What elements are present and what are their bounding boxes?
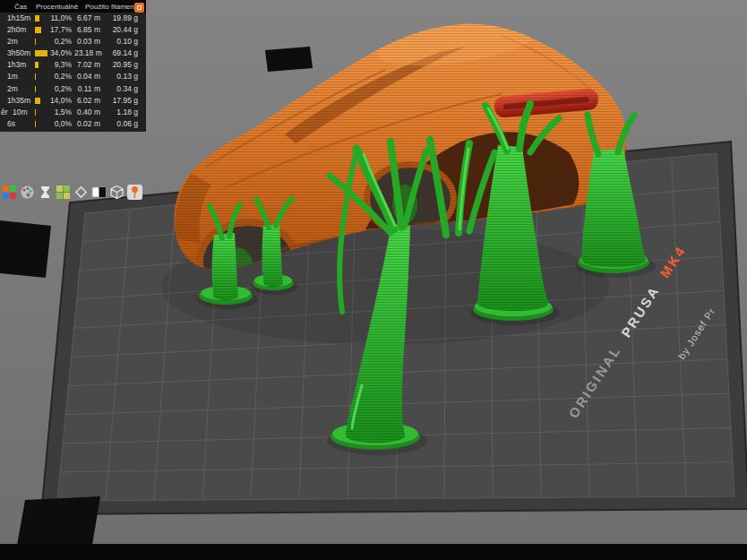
- palette-icon[interactable]: [20, 185, 35, 200]
- hourglass-icon[interactable]: [38, 185, 53, 200]
- texture-icon[interactable]: [56, 185, 71, 200]
- percent-bar: [35, 62, 39, 68]
- legend-row[interactable]: 1h35m 14,0% 6.02 m 17.95 g: [0, 95, 146, 107]
- time-cell: 2m: [7, 83, 18, 95]
- time-cell: 1h35m: [7, 95, 30, 107]
- percent-cell: 14,0%: [46, 95, 72, 107]
- weight-cell: 0.13 g: [102, 71, 138, 82]
- legend-row[interactable]: ěr 10m 1,5% 0.40 m 1.18 g: [0, 107, 146, 118]
- time-cell: 3h50m: [7, 47, 30, 59]
- percent-cell: 1,5%: [46, 107, 72, 118]
- bed-handle-cutout-left: [0, 220, 51, 278]
- percent-cell: 0,0%: [46, 118, 72, 130]
- pin-icon[interactable]: [127, 185, 142, 200]
- percent-cell: 11,0%: [46, 13, 72, 24]
- feature-colors-icon[interactable]: [2, 185, 17, 200]
- diamond-icon[interactable]: [73, 185, 89, 200]
- percent-bar: [35, 121, 36, 127]
- slicer-preview-window: ORIGINAL PRUSA MK4 by Josef Pr: [0, 0, 747, 560]
- time-cell: 1h15m: [7, 13, 30, 24]
- length-cell: 0.40 m: [74, 107, 100, 118]
- bed-corner-shadow: [16, 496, 100, 550]
- length-cell: 6.67 m: [74, 13, 100, 24]
- cube-icon[interactable]: [109, 185, 124, 200]
- time-cell: 10m: [13, 107, 28, 118]
- legend-row[interactable]: 1h15m 11,0% 6.67 m 19.89 g: [0, 13, 146, 24]
- percent-cell: 0,2%: [46, 36, 72, 47]
- weight-cell: 19.89 g: [102, 13, 138, 24]
- percent-bar: [35, 98, 40, 104]
- bottom-status-bar: [0, 544, 747, 560]
- weight-cell: 69.14 g: [102, 47, 138, 59]
- legend-row[interactable]: 2m 0,2% 0.11 m 0.34 g: [0, 83, 146, 95]
- legend-rows: 1h15m 11,0% 6.67 m 19.89 g 2h0m 17,7% 6.…: [0, 13, 146, 130]
- percent-cell: 17,7%: [46, 24, 72, 36]
- legend-header: Čas Procentuálně Použito filamentu: [0, 0, 146, 13]
- legend-row[interactable]: 3h50m 34,0% 23.18 m 69.14 g: [0, 47, 146, 59]
- weight-cell: 0.34 g: [102, 83, 138, 95]
- length-cell: 0.02 m: [74, 118, 100, 130]
- length-cell: 0.03 m: [74, 36, 100, 47]
- col-header-filament: Použito filamentu: [85, 3, 140, 11]
- legend-row[interactable]: 2h0m 17,7% 6.85 m 20.44 g: [0, 24, 146, 36]
- weight-cell: 20.95 g: [102, 59, 138, 71]
- weight-cell: 20.44 g: [102, 24, 138, 36]
- weight-cell: 1.18 g: [102, 107, 138, 118]
- length-cell: 0.11 m: [74, 83, 100, 95]
- length-cell: 23.18 m: [74, 47, 100, 59]
- percent-bar: [35, 15, 39, 22]
- weight-cell: 0.10 g: [102, 36, 138, 47]
- time-cell: 1h3m: [7, 59, 26, 71]
- legend-row[interactable]: 6s 0,0% 0.02 m 0.06 g: [0, 118, 146, 130]
- col-header-percent: Procentuálně: [36, 3, 78, 11]
- length-cell: 6.85 m: [74, 24, 100, 36]
- print-stats-panel: Čas Procentuálně Použito filamentu 1h15m…: [0, 0, 146, 132]
- percent-bar: [35, 86, 36, 92]
- percent-bar: [35, 39, 36, 45]
- percent-bar: [35, 109, 36, 116]
- view-toolbar: [2, 185, 142, 200]
- legend-row[interactable]: 1h3m 9,3% 7.02 m 20.95 g: [0, 59, 146, 71]
- percent-cell: 0,2%: [46, 71, 72, 82]
- percent-cell: 9,3%: [46, 59, 72, 71]
- percent-bar: [35, 27, 41, 33]
- percent-bar: [35, 73, 36, 80]
- bed-handle-cutout-top: [265, 47, 313, 72]
- percent-cell: 34,0%: [46, 47, 72, 59]
- weight-cell: 0.06 g: [102, 118, 138, 130]
- time-cell: 6s: [7, 118, 15, 130]
- time-cell: 1m: [7, 71, 18, 82]
- length-cell: 6.02 m: [74, 95, 100, 107]
- length-cell: 7.02 m: [74, 59, 100, 71]
- time-cell: 2m: [7, 36, 18, 47]
- length-cell: 0.04 m: [74, 71, 100, 82]
- percent-cell: 0,2%: [46, 83, 72, 95]
- time-cell: 2h0m: [7, 24, 26, 36]
- col-header-time: Čas: [14, 3, 27, 11]
- weight-cell: 17.95 g: [102, 95, 138, 107]
- contrast-icon[interactable]: [91, 185, 107, 200]
- feature-name-fragment: ěr: [1, 107, 8, 118]
- legend-header-icon[interactable]: [134, 3, 144, 13]
- legend-row[interactable]: 2m 0,2% 0.03 m 0.10 g: [0, 36, 146, 47]
- legend-row[interactable]: 1m 0,2% 0.04 m 0.13 g: [0, 71, 146, 82]
